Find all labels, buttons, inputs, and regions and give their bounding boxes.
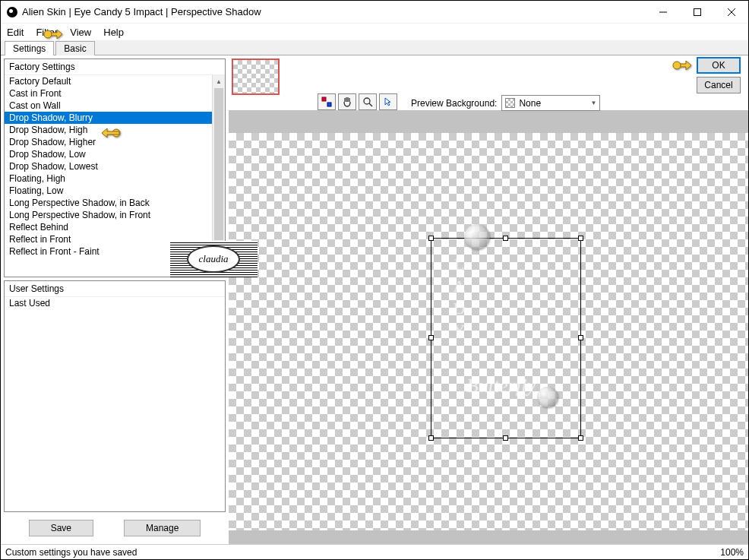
selection-handle[interactable] (578, 236, 583, 241)
zoom-level: 100% (720, 547, 744, 558)
menubar: Edit Filter View Help (1, 24, 748, 40)
tool-buttons (318, 93, 397, 110)
menu-edit[interactable]: Edit (7, 27, 24, 38)
list-item[interactable]: Last Used (5, 297, 225, 309)
action-buttons: OK Cancel (697, 57, 741, 93)
selection-handle[interactable] (578, 435, 583, 441)
user-settings-header: User Settings (5, 281, 225, 297)
selection-handle[interactable] (503, 236, 508, 241)
svg-rect-5 (322, 97, 326, 101)
status-text: Custom settings you have saved (5, 547, 137, 558)
claudia-label: claudia (187, 245, 240, 273)
bubble-decoration (464, 224, 490, 250)
list-item[interactable]: Cast in Front (5, 87, 225, 100)
right-panel: Preview Background: None ▼ OK Cancel (229, 55, 748, 544)
tab-basic[interactable]: Basic (55, 41, 94, 55)
watermark-vertical-text: LADY (449, 255, 469, 343)
left-panel: Factory Settings Factory DefaultCast in … (1, 55, 229, 544)
scroll-thumb[interactable] (214, 88, 223, 240)
list-item[interactable]: Drop Shadow, Low (5, 148, 225, 160)
separator-strip-bottom (229, 530, 748, 544)
app-icon (7, 7, 17, 17)
list-item[interactable]: Drop Shadow, Higher (5, 136, 225, 148)
list-item[interactable]: Drop Shadow, Lowest (5, 160, 225, 172)
svg-point-9 (673, 62, 681, 69)
maximize-button[interactable] (680, 1, 714, 24)
tab-bar: Settings Basic (1, 40, 748, 55)
svg-line-8 (369, 103, 372, 106)
content-area: Factory Settings Factory DefaultCast in … (1, 55, 748, 544)
list-item[interactable]: Floating, High (5, 172, 225, 185)
minimize-button[interactable] (646, 1, 680, 24)
list-item[interactable]: Reflect Behind (5, 221, 225, 233)
titlebar: Alien Skin | Eye Candy 5 Impact | Perspe… (1, 1, 748, 24)
svg-rect-1 (694, 8, 700, 15)
factory-settings-header: Factory Settings (5, 59, 225, 75)
claudia-watermark: claudia (170, 241, 258, 277)
manage-button[interactable]: Manage (124, 520, 201, 536)
menu-view[interactable]: View (70, 27, 91, 38)
preview-bg-select[interactable]: None ▼ (501, 95, 600, 111)
cancel-button[interactable]: Cancel (697, 77, 741, 93)
svg-point-7 (364, 98, 370, 104)
list-item[interactable]: Long Perspective Shadow, in Back (5, 197, 225, 209)
scroll-up-icon[interactable]: ▲ (213, 75, 225, 88)
left-buttons: Save Manage (4, 515, 226, 541)
user-settings-listbox: User Settings Last Used (4, 280, 226, 512)
preview-toolbar: Preview Background: None ▼ OK Cancel (229, 55, 748, 110)
zoom-icon[interactable] (359, 93, 377, 110)
save-button[interactable]: Save (29, 520, 93, 536)
hand-pan-icon[interactable] (338, 93, 356, 110)
ok-button[interactable]: OK (697, 57, 741, 74)
list-item[interactable]: Factory Default (5, 75, 225, 87)
list-item[interactable]: Cast on Wall (5, 100, 225, 112)
preview-bg-control: Preview Background: None ▼ (411, 95, 600, 111)
preview-canvas[interactable]: LADY Butterfly (229, 133, 748, 530)
watermark-script-text: Butterfly (466, 375, 536, 397)
tab-settings[interactable]: Settings (5, 41, 54, 55)
list-item[interactable]: Drop Shadow, Blurry (5, 112, 225, 124)
status-bar: Custom settings you have saved 100% (1, 544, 748, 559)
selection-handle[interactable] (428, 435, 434, 441)
bubble-decoration (537, 387, 558, 408)
pointer-icon[interactable] (379, 93, 397, 110)
pointing-hand-icon (672, 58, 692, 73)
view-toggle-icon[interactable] (318, 93, 336, 110)
list-item[interactable]: Long Perspective Shadow, in Front (5, 209, 225, 221)
selection-handle[interactable] (503, 435, 508, 441)
preview-bg-value: None (519, 98, 541, 109)
separator-strip-top (229, 110, 748, 133)
preview-bg-label: Preview Background: (411, 98, 497, 109)
preview-thumbnail[interactable] (232, 59, 280, 95)
selection-handle[interactable] (428, 236, 434, 241)
window-controls (646, 1, 748, 24)
app-window: Alien Skin | Eye Candy 5 Impact | Perspe… (0, 0, 749, 560)
selection-handle[interactable] (578, 335, 583, 340)
window-title: Alien Skin | Eye Candy 5 Impact | Perspe… (22, 6, 646, 17)
list-item[interactable]: Floating, Low (5, 185, 225, 197)
selection-handle[interactable] (428, 335, 434, 340)
user-list[interactable]: Last Used (5, 297, 225, 511)
transparency-swatch-icon (505, 98, 515, 108)
menu-help[interactable]: Help (103, 27, 124, 38)
list-item[interactable]: Drop Shadow, High (5, 124, 225, 136)
chevron-down-icon: ▼ (590, 100, 596, 106)
close-button[interactable] (714, 1, 748, 24)
menu-filter[interactable]: Filter (36, 27, 58, 38)
svg-rect-6 (327, 103, 331, 106)
